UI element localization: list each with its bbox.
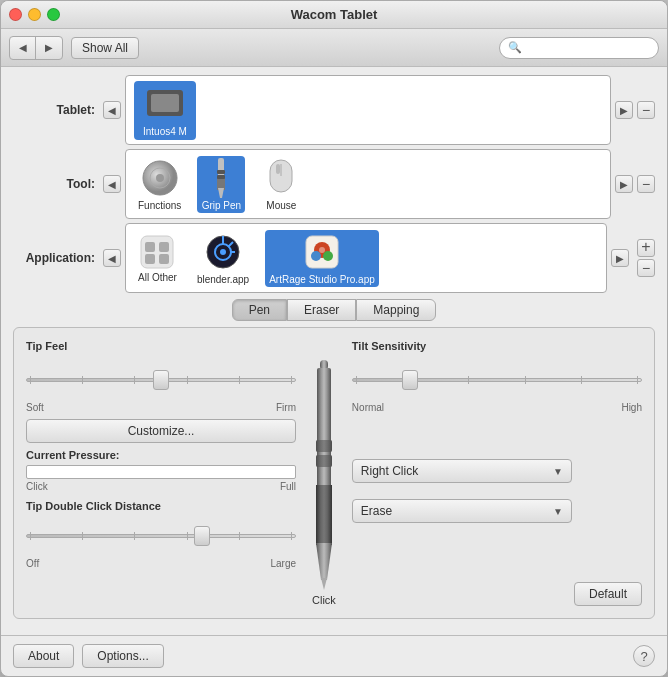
svg-marker-7 — [218, 188, 224, 198]
maximize-button[interactable] — [47, 8, 60, 21]
blender-name: blender.app — [197, 274, 249, 285]
tick — [82, 532, 83, 540]
default-button[interactable]: Default — [574, 582, 642, 606]
tablet-scroll-right[interactable]: ▶ — [615, 101, 633, 119]
tick — [239, 376, 240, 384]
search-input[interactable] — [526, 41, 646, 55]
tablet-item-intuos4m[interactable]: Intuos4 M — [134, 81, 196, 140]
pen-bottom-dropdown-container: Erase ▼ — [352, 499, 642, 523]
tip-feel-thumb[interactable] — [153, 370, 169, 390]
tip-dbl-title: Tip Double Click Distance — [26, 500, 296, 512]
erase-arrow: ▼ — [553, 506, 563, 517]
tool-scroll-right[interactable]: ▶ — [615, 175, 633, 193]
pen-illustration — [313, 360, 335, 590]
tablet-label: Tablet: — [13, 103, 103, 117]
functions-icon — [140, 158, 180, 198]
app-item-allother[interactable]: All Other — [134, 232, 181, 285]
svg-rect-17 — [159, 254, 169, 264]
gripPen-name: Grip Pen — [202, 200, 241, 211]
allother-icon — [139, 234, 175, 270]
nav-buttons: ◀ ▶ — [9, 36, 63, 60]
pressure-labels: Click Full — [26, 481, 296, 492]
tick — [525, 376, 526, 384]
main-panel: Tip Feel Soft Firm — [13, 327, 655, 619]
options-button[interactable]: Options... — [82, 644, 163, 668]
tick — [356, 376, 357, 384]
pressure-bar — [26, 465, 296, 479]
app-item-artrage[interactable]: ArtRage Studio Pro.app — [265, 230, 379, 287]
tip-dbl-off: Off — [26, 558, 39, 569]
svg-rect-9 — [217, 175, 225, 179]
tick — [291, 376, 292, 384]
tablet-name: Intuos4 M — [138, 125, 192, 138]
tilt-thumb[interactable] — [402, 370, 418, 390]
minimize-button[interactable] — [28, 8, 41, 21]
tool-item-functions[interactable]: Functions — [134, 156, 185, 213]
titlebar: Wacom Tablet — [1, 1, 667, 29]
application-row: Application: ◀ — [13, 223, 655, 293]
tool-row-right: ◀ — [103, 149, 655, 219]
application-label: Application: — [13, 251, 103, 265]
tip-feel-labels: Soft Firm — [26, 402, 296, 413]
tick — [82, 376, 83, 384]
tip-feel-title: Tip Feel — [26, 340, 296, 352]
tool-row: Tool: ◀ — [13, 149, 655, 219]
tool-item-gripPen[interactable]: Grip Pen — [197, 156, 245, 213]
tool-item-mouse[interactable]: Mouse — [257, 156, 305, 213]
app-minus-button[interactable]: − — [637, 259, 655, 277]
tab-pen[interactable]: Pen — [232, 299, 287, 321]
pen-top-dropdown-container: Right Click ▼ — [352, 459, 642, 483]
content-area: Tablet: ◀ Intuos4 M ▶ − — [1, 67, 667, 635]
current-pressure-label: Current Pressure: — [26, 449, 296, 461]
tip-feel-firm: Firm — [276, 402, 296, 413]
pressure-full-label: Full — [280, 481, 296, 492]
tip-feel-soft: Soft — [26, 402, 44, 413]
tick — [30, 532, 31, 540]
forward-button[interactable]: ▶ — [36, 37, 62, 59]
erase-label: Erase — [361, 504, 392, 518]
svg-rect-12 — [276, 164, 280, 174]
svg-rect-14 — [145, 242, 155, 252]
tip-dbl-large: Large — [270, 558, 296, 569]
svg-rect-34 — [316, 455, 332, 467]
close-button[interactable] — [9, 8, 22, 21]
tip-dbl-labels: Off Large — [26, 558, 296, 569]
app-plus-button[interactable]: + — [637, 239, 655, 257]
tilt-normal-label: Normal — [352, 402, 384, 413]
back-button[interactable]: ◀ — [10, 37, 36, 59]
pen-click-label: Click — [312, 594, 336, 606]
svg-rect-1 — [151, 94, 179, 112]
tab-mapping[interactable]: Mapping — [356, 299, 436, 321]
app-scroll-left[interactable]: ◀ — [103, 249, 121, 267]
tick — [637, 376, 638, 384]
tablet-row-right: ◀ Intuos4 M ▶ − — [103, 75, 655, 145]
right-panel: Tilt Sensitivity — [352, 340, 642, 606]
customize-button[interactable]: Customize... — [26, 419, 296, 443]
tabs-bar: Pen Eraser Mapping — [13, 299, 655, 321]
help-button[interactable]: ? — [633, 645, 655, 667]
right-click-label: Right Click — [361, 464, 418, 478]
erase-dropdown[interactable]: Erase ▼ — [352, 499, 572, 523]
about-button[interactable]: About — [13, 644, 74, 668]
tablet-minus-button[interactable]: − — [637, 101, 655, 119]
app-scroll-right[interactable]: ▶ — [611, 249, 629, 267]
tool-minus-button[interactable]: − — [637, 175, 655, 193]
tick — [134, 376, 135, 384]
tip-dbl-thumb[interactable] — [194, 526, 210, 546]
show-all-button[interactable]: Show All — [71, 37, 139, 59]
toolbar: ◀ ▶ Show All 🔍 — [1, 29, 667, 67]
gripPen-icon — [201, 158, 241, 198]
svg-rect-32 — [316, 440, 332, 452]
app-row-right: ◀ All Other — [103, 223, 655, 293]
search-box: 🔍 — [499, 37, 659, 59]
app-item-blender[interactable]: blender.app — [193, 230, 253, 287]
tool-scroll-left[interactable]: ◀ — [103, 175, 121, 193]
svg-rect-16 — [145, 254, 155, 264]
window-title: Wacom Tablet — [291, 7, 378, 22]
artrage-name: ArtRage Studio Pro.app — [269, 274, 375, 285]
tick — [187, 532, 188, 540]
right-click-arrow: ▼ — [553, 466, 563, 477]
tablet-scroll-left[interactable]: ◀ — [103, 101, 121, 119]
right-click-dropdown[interactable]: Right Click ▼ — [352, 459, 572, 483]
tab-eraser[interactable]: Eraser — [287, 299, 356, 321]
